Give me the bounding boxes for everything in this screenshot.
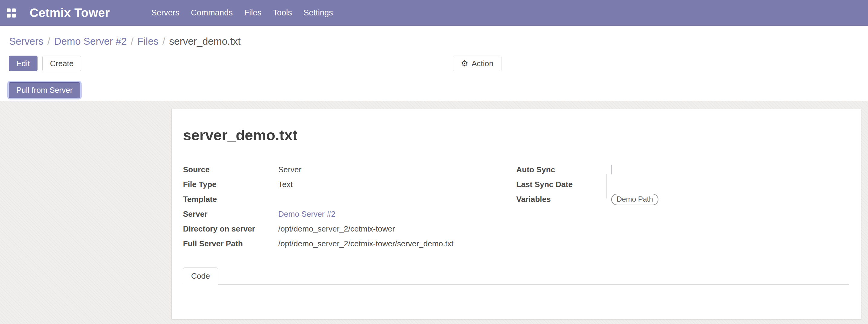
- screen: Cetmix Tower Servers Commands Files Tool…: [0, 0, 868, 324]
- variable-tag-demo-path: Demo Path: [611, 194, 658, 205]
- control-panel: Servers/Demo Server #2/Files/server_demo…: [0, 26, 868, 101]
- breadcrumb-separator: /: [131, 36, 133, 47]
- field-template-label: Template: [183, 195, 278, 204]
- nav-item-files[interactable]: Files: [238, 8, 267, 18]
- tab-content: [183, 285, 849, 320]
- field-variables-label: Variables: [516, 195, 611, 204]
- field-group-left: Source Server File Type Text Template Se…: [183, 162, 516, 251]
- field-group-right: Auto Sync Last Sync Date Variables Demo …: [516, 162, 849, 251]
- nav-item-tools[interactable]: Tools: [267, 8, 298, 18]
- field-directory-value: /opt/demo_server_2/cetmix-tower: [278, 224, 395, 234]
- create-button[interactable]: Create: [42, 56, 81, 71]
- apps-grid-square: [12, 13, 16, 18]
- nav-item-settings[interactable]: Settings: [298, 8, 339, 18]
- breadcrumb-link-files[interactable]: Files: [137, 36, 158, 47]
- field-directory-label: Directory on server: [183, 224, 278, 234]
- breadcrumb-link-servers[interactable]: Servers: [9, 36, 43, 47]
- breadcrumb-current: server_demo.txt: [169, 36, 241, 47]
- field-row-source: Source Server: [183, 162, 516, 177]
- auto-sync-checkbox: [611, 165, 612, 174]
- action-wrap: ⚙ Action: [453, 56, 501, 71]
- field-full-path-label: Full Server Path: [183, 239, 278, 249]
- apps-grid-square: [7, 13, 10, 18]
- tab-strip: Code: [183, 267, 849, 285]
- field-row-server: Server Demo Server #2: [183, 207, 516, 222]
- app-brand[interactable]: Cetmix Tower: [30, 6, 110, 20]
- action-button[interactable]: ⚙ Action: [453, 56, 501, 71]
- field-row-full-path: Full Server Path /opt/demo_server_2/cetm…: [183, 236, 516, 251]
- nav-item-commands[interactable]: Commands: [185, 8, 238, 18]
- field-last-sync-date-label: Last Sync Date: [516, 180, 611, 189]
- field-source-label: Source: [183, 165, 278, 174]
- breadcrumb-separator: /: [48, 36, 50, 47]
- apps-grid-square: [12, 8, 16, 12]
- field-row-last-sync-date: Last Sync Date: [516, 177, 849, 192]
- field-file-type-value: Text: [278, 180, 293, 189]
- breadcrumb-separator: /: [162, 36, 165, 47]
- field-auto-sync-label: Auto Sync: [516, 165, 611, 174]
- pull-from-server-button[interactable]: Pull from Server: [9, 82, 80, 98]
- nav-item-servers[interactable]: Servers: [146, 8, 185, 18]
- apps-grid-square: [7, 8, 10, 12]
- apps-menu-icon[interactable]: [7, 8, 16, 18]
- main-menu: Servers Commands Files Tools Settings: [146, 8, 339, 18]
- tab-code[interactable]: Code: [183, 267, 218, 285]
- button-row: Edit Create ⚙ Action: [0, 47, 868, 72]
- field-row-auto-sync: Auto Sync: [516, 162, 849, 177]
- top-navbar: Cetmix Tower Servers Commands Files Tool…: [0, 0, 868, 26]
- field-column-divider: [607, 174, 607, 199]
- field-source-value: Server: [278, 165, 302, 174]
- field-row-file-type: File Type Text: [183, 177, 516, 192]
- action-button-label: Action: [471, 59, 493, 68]
- field-row-variables: Variables Demo Path: [516, 192, 849, 207]
- field-file-type-label: File Type: [183, 180, 278, 189]
- gear-icon: ⚙: [461, 60, 468, 68]
- breadcrumb: Servers/Demo Server #2/Files/server_demo…: [0, 26, 868, 47]
- field-full-path-value: /opt/demo_server_2/cetmix-tower/server_d…: [278, 239, 453, 249]
- field-groups: Source Server File Type Text Template Se…: [183, 162, 849, 251]
- page-title: server_demo.txt: [183, 127, 849, 143]
- content-area: server_demo.txt Source Server File Type …: [0, 101, 868, 324]
- field-row-directory: Directory on server /opt/demo_server_2/c…: [183, 222, 516, 236]
- breadcrumb-link-demo-server[interactable]: Demo Server #2: [54, 36, 127, 47]
- edit-button[interactable]: Edit: [9, 56, 37, 71]
- field-server-label: Server: [183, 209, 278, 219]
- pull-row: Pull from Server: [0, 72, 868, 98]
- field-server-value-link[interactable]: Demo Server #2: [278, 209, 335, 219]
- form-sheet: server_demo.txt Source Server File Type …: [172, 109, 861, 320]
- field-row-template: Template: [183, 192, 516, 207]
